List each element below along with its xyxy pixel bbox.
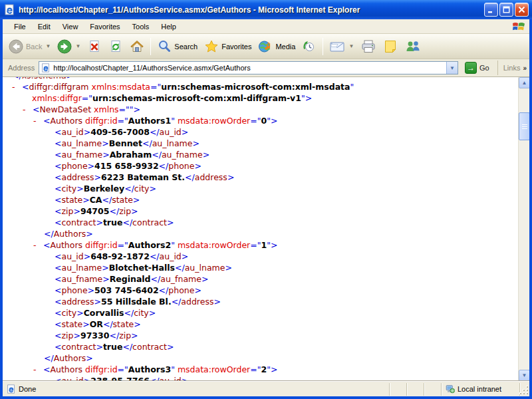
media-icon [258,39,273,54]
history-icon [302,39,317,54]
menu-edit[interactable]: Edit [32,21,57,33]
print-icon [360,39,376,54]
menu-bar: File Edit View Favorites Tools Help [3,19,529,34]
address-url[interactable]: http://localhost/Chapter_11/AuthorsServi… [53,64,446,72]
collapse-marker-icon[interactable]: - [23,104,33,115]
xml-line: <phone>503 745-6402</phone> [3,285,518,296]
scrollbar-thumb[interactable] [519,112,529,140]
windows-logo-icon [511,20,527,33]
resize-grip[interactable] [520,383,529,396]
forward-dropdown-icon[interactable]: ▼ [75,43,80,49]
xml-line: <state>OR</state> [3,319,518,330]
xml-line: <au_lname>Blotchet-Halls</au_lname> [3,262,518,273]
collapse-marker-icon[interactable]: - [33,115,43,126]
xml-line: xmlns:diffgr="urn:schemas-microsoft-com:… [3,92,518,104]
xml-line: </Authors> [3,228,518,239]
zone-label: Local intranet [458,385,501,393]
close-button[interactable] [515,3,529,17]
home-button[interactable] [126,37,148,56]
minimize-button[interactable] [484,3,498,17]
ie-page-icon [4,4,15,15]
xml-line: -<Authors diffgr:id="Authors1" msdata:ro… [3,115,518,126]
address-input[interactable]: http://localhost/Chapter_11/AuthorsServi… [39,61,458,74]
menu-help[interactable]: Help [155,21,182,33]
links-section[interactable]: Links » [497,61,527,75]
vertical-scrollbar[interactable]: ▲ ▼ [518,77,529,381]
content-area: </xs:schema>-<diffgr:diffgram xmlns:msda… [3,77,529,381]
minimize-icon [487,6,495,13]
history-button[interactable] [299,37,320,56]
status-pane-empty [424,383,442,396]
links-chevron-icon[interactable]: » [523,65,527,72]
collapse-marker-icon[interactable]: - [33,239,43,251]
xml-line: <phone>415 658-9932</phone> [3,160,518,172]
browser-window: http://localhost/Chapter_11/AuthorsServi… [0,0,532,399]
forward-arrow-icon [57,39,72,54]
xml-line: <au_id>238-95-7766</au_id> [3,375,518,381]
print-button[interactable] [357,37,380,56]
refresh-button[interactable] [105,37,126,56]
collapse-marker-icon[interactable]: - [12,81,22,92]
menu-favorites[interactable]: Favorites [84,21,126,33]
favorites-button[interactable]: Favorites [201,37,255,56]
messenger-button[interactable] [401,37,425,56]
xml-line: <au_fname>Reginald</au_fname> [3,273,518,285]
back-button[interactable]: Back ▼ [5,37,54,56]
xml-line: -<Authors diffgr:id="Authors3" msdata:ro… [3,364,518,375]
status-message-pane: Done [3,383,390,396]
favorites-label: Favorites [221,43,251,51]
collapse-marker-icon[interactable]: - [33,364,43,375]
close-icon [518,6,525,13]
xml-line: <au_lname>Bennet</au_lname> [3,138,518,149]
refresh-icon [108,39,123,54]
status-pane-empty [407,383,424,396]
back-label: Back [26,43,42,51]
title-bar: http://localhost/Chapter_11/AuthorsServi… [0,0,532,19]
xml-line: <au_id>409-56-7008</au_id> [3,126,518,138]
security-zone-pane: Local intranet [442,383,520,396]
toolbar-separator [323,38,323,55]
mail-button[interactable]: ▼ [326,37,357,56]
search-icon [157,39,172,54]
toolbar-separator [150,38,151,55]
menu-tools[interactable]: Tools [126,21,156,33]
stop-button[interactable] [84,37,105,56]
maximize-icon [503,6,510,13]
edit-button[interactable] [380,37,401,56]
stop-icon [87,39,102,54]
media-button[interactable]: Media [255,37,299,56]
menu-file[interactable]: File [8,21,32,33]
scroll-up-button[interactable]: ▲ [519,77,529,88]
star-icon [204,39,219,54]
address-dropdown-button[interactable]: ▼ [446,62,458,74]
go-arrow-icon: → [465,62,477,74]
search-button[interactable]: Search [154,37,201,56]
go-button[interactable]: → Go [461,61,493,75]
ie-page-icon [7,384,16,394]
forward-button[interactable]: ▼ [54,37,84,56]
address-label: Address [8,64,35,72]
xml-line: -<Authors diffgr:id="Authors2" msdata:ro… [3,239,518,251]
xml-line: <address>6223 Bateman St.</address> [3,172,518,183]
mail-dropdown-icon[interactable]: ▼ [348,43,354,49]
status-bar: Done Local intranet [3,381,529,396]
go-label: Go [479,64,489,72]
xml-document-view: </xs:schema>-<diffgr:diffgram xmlns:msda… [3,77,518,381]
search-label: Search [174,43,198,51]
back-dropdown-icon[interactable]: ▼ [45,43,51,49]
scrollbar-track[interactable] [519,88,529,370]
xml-line: <au_id>648-92-1872</au_id> [3,251,518,262]
xml-line: <city>Corvallis</city> [3,307,518,319]
xml-line: <contract>true</contract> [3,217,518,228]
menu-view[interactable]: View [57,21,84,33]
back-arrow-icon [9,39,23,54]
scroll-down-button[interactable]: ▼ [519,370,529,381]
xml-line: -<NewDataSet xmlns=""> [3,104,518,115]
xml-line: <city>Berkeley</city> [3,183,518,194]
xml-line: <zip>97330</zip> [3,330,518,341]
status-text: Done [19,385,36,393]
address-bar: Address http://localhost/Chapter_11/Auth… [3,59,529,77]
xml-line: </Authors> [3,352,518,364]
toolbar: Back ▼ ▼ [3,34,529,59]
maximize-button[interactable] [499,3,513,17]
